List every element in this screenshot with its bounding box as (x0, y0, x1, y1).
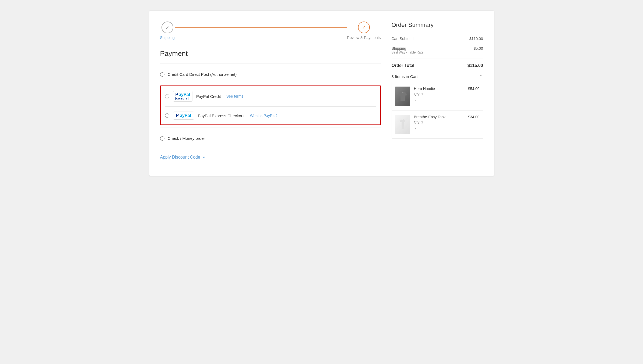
hoodie-name: Hero Hoodie (414, 87, 464, 91)
radio-paypal-credit[interactable] (165, 94, 169, 98)
payment-section-title: Payment (160, 49, 381, 58)
paypal-express-p1: P (176, 113, 179, 118)
summary-divider (392, 59, 483, 59)
main-content: ✓ Shipping ✓ Review & Payments Payment C… (160, 22, 381, 165)
shipping-step-circle: ✓ (161, 22, 173, 33)
paypal-credit-logo: PayPal CREDIT (173, 91, 192, 102)
tank-thumbnail (395, 115, 410, 134)
paypal-group: PayPal CREDIT PayPal Credit See terms Pa… (160, 85, 381, 125)
shipping-label: Shipping (392, 46, 424, 51)
radio-paypal-express[interactable] (165, 113, 169, 118)
tank-details: Breathe-Easy Tank Qty: 1 ⌄ (414, 115, 464, 130)
radio-check[interactable] (160, 136, 164, 141)
discount-label: Apply Discount Code (160, 155, 200, 160)
tank-qty: Qty: 1 (414, 120, 464, 124)
shipping-label-group: Shipping Best Way - Table Rate (392, 46, 424, 54)
divider-after-cc (160, 81, 381, 81)
shipping-step-label: Shipping (160, 35, 175, 40)
order-total-label: Order Total (392, 63, 414, 68)
divider-after-check (160, 145, 381, 145)
shipping-value: $5.00 (473, 46, 483, 51)
paypal-p-blue: P (175, 92, 178, 97)
cart-subtotal-value: $110.00 (469, 37, 483, 41)
cart-item-tank: Breathe-Easy Tank Qty: 1 ⌄ $34.00 (392, 110, 483, 138)
hoodie-qty: Qty: 1 (414, 92, 464, 96)
discount-section[interactable]: Apply Discount Code ▾ (160, 149, 381, 165)
divider-after-paypal (160, 127, 381, 127)
hoodie-thumbnail (395, 87, 410, 106)
paypal-credit-logo-top: PayPal (175, 92, 190, 97)
page-wrapper: ✓ Shipping ✓ Review & Payments Payment C… (149, 11, 494, 176)
paypal-express-p2: ayPal (180, 113, 191, 118)
shipping-sub-label: Best Way - Table Rate (392, 51, 424, 54)
cart-items-list: Hero Hoodie Qty: 1 ⌄ $54.00 (392, 82, 483, 139)
paypal-credit-text: PayPal Credit (196, 94, 221, 99)
paypal-express-logo: PayPal (173, 112, 194, 120)
order-summary: Order Summary Cart Subtotal $110.00 Ship… (392, 22, 483, 165)
collapse-cart-icon: ⌃ (480, 74, 483, 79)
payment-option-paypal-express[interactable]: PayPal PayPal Express Checkout What is P… (161, 107, 380, 124)
hoodie-details: Hero Hoodie Qty: 1 ⌄ (414, 87, 464, 101)
review-step-label: Review & Payments (347, 35, 381, 40)
discount-chevron-icon: ▾ (203, 155, 205, 159)
credit-badge-label: CREDIT (175, 97, 189, 100)
items-count-label: 3 Items in Cart (392, 74, 418, 79)
payment-divider-top (160, 63, 381, 63)
tank-name: Breathe-Easy Tank (414, 115, 464, 119)
order-total-value: $115.00 (468, 63, 483, 68)
radio-creditcard[interactable] (160, 72, 164, 77)
review-step-circle: ✓ (358, 22, 370, 33)
what-is-paypal-link[interactable]: What is PayPal? (250, 113, 277, 118)
step-connector (175, 27, 347, 28)
payment-option-check[interactable]: Check / Money order (160, 132, 381, 145)
tank-price: $34.00 (468, 115, 480, 119)
items-in-cart-header[interactable]: 3 Items in Cart ⌃ (392, 71, 483, 82)
cart-subtotal-row: Cart Subtotal $110.00 (392, 34, 483, 44)
hoodie-thumb-image (395, 87, 410, 106)
progress-steps: ✓ Shipping ✓ Review & Payments (160, 22, 381, 40)
cart-item-hoodie: Hero Hoodie Qty: 1 ⌄ $54.00 (392, 82, 483, 110)
hoodie-expand-icon[interactable]: ⌄ (414, 98, 464, 101)
step-review: ✓ Review & Payments (347, 22, 381, 40)
hoodie-price: $54.00 (468, 87, 480, 91)
order-total-row: Order Total $115.00 (392, 60, 483, 71)
see-terms-link[interactable]: See terms (226, 94, 244, 98)
order-summary-title: Order Summary (392, 22, 483, 28)
paypal-p-light: ayPal (179, 92, 190, 97)
shipping-row: Shipping Best Way - Table Rate $5.00 (392, 44, 483, 57)
cart-subtotal-label: Cart Subtotal (392, 37, 414, 41)
payment-option-paypal-credit[interactable]: PayPal CREDIT PayPal Credit See terms (161, 86, 380, 106)
tank-thumb-image (395, 115, 410, 134)
creditcard-label: Credit Card Direct Post (Authorize.net) (168, 72, 237, 77)
paypal-express-text: PayPal Express Checkout (198, 113, 244, 118)
payment-option-creditcard[interactable]: Credit Card Direct Post (Authorize.net) (160, 68, 381, 81)
step-shipping: ✓ Shipping (160, 22, 175, 40)
check-label: Check / Money order (168, 136, 205, 141)
tank-expand-icon[interactable]: ⌄ (414, 126, 464, 130)
